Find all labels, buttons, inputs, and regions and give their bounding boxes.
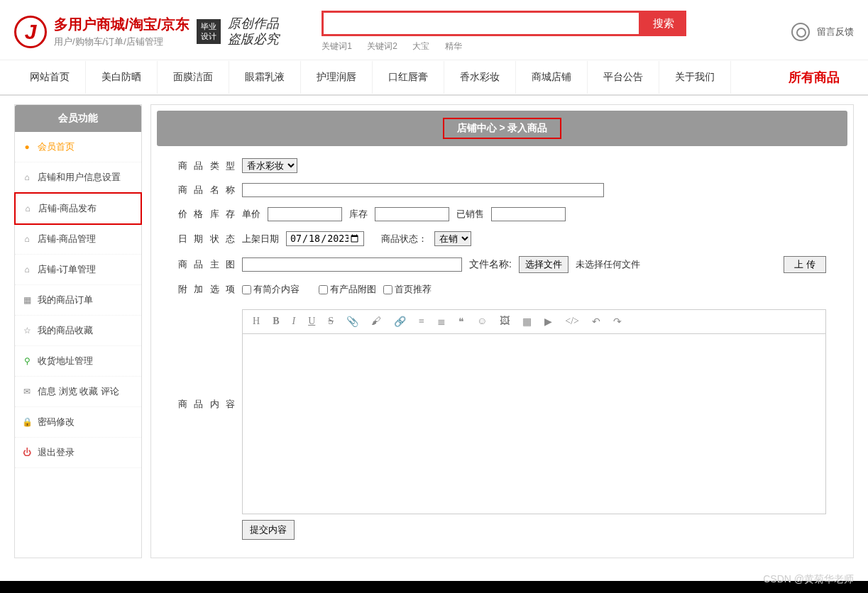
toolbar-btn[interactable]: 🖌 [371, 316, 381, 328]
logo-subtitle: 用户/购物车/订单/店铺管理 [54, 35, 189, 48]
nav-item[interactable]: 护理润唇 [301, 61, 373, 94]
nav-item[interactable]: 美白防晒 [86, 61, 158, 94]
price-input[interactable] [268, 207, 342, 221]
toolbar-btn[interactable]: ↷ [613, 316, 622, 328]
upload-button[interactable]: 上 传 [784, 256, 826, 273]
nav-all-products[interactable]: 所有商品 [774, 60, 854, 94]
nav-item[interactable]: 关于我们 [659, 61, 731, 94]
file-status: 未选择任何文件 [576, 258, 640, 271]
stock-label: 价格库存 [178, 208, 242, 221]
sidebar-item-label: 收货地址管理 [38, 355, 93, 367]
main-panel: 店铺中心 > 录入商品 商品类型 香水彩妆 商品名称 价格库存 单价 [150, 104, 854, 558]
sold-input[interactable] [491, 207, 566, 221]
image-label: 商品主图 [178, 258, 242, 271]
breadcrumb: 店铺中心 > 录入商品 [457, 122, 548, 133]
nav-item[interactable]: 商城店铺 [516, 61, 588, 94]
nav-item[interactable]: 平台公告 [588, 61, 659, 94]
sidebar-icon: ⏻ [22, 448, 32, 458]
toolbar-btn[interactable]: ↶ [592, 316, 600, 328]
rich-editor: HBIUS📎🖌🔗≡≣❝☺🖼▦▶</>↶↷ [242, 309, 826, 514]
editor-toolbar: HBIUS📎🖌🔗≡≣❝☺🖼▦▶</>↶↷ [243, 310, 825, 334]
sidebar-item[interactable]: 🔒密码修改 [15, 407, 141, 438]
toolbar-btn[interactable]: 🔗 [394, 316, 406, 328]
keyword-link[interactable]: 关键词2 [367, 41, 397, 51]
sidebar-item[interactable]: ☆我的商品收藏 [15, 316, 141, 346]
search-button[interactable]: 搜索 [641, 11, 686, 36]
toolbar-btn[interactable]: H [253, 316, 260, 328]
cb-featured[interactable]: 首页推荐 [383, 283, 432, 296]
sidebar-item-label: 会员首页 [38, 140, 75, 153]
footer-nav: 网站首页| 关于我们| 联系我们| 用户注册| 用户登录| 留言反馈| [0, 581, 868, 593]
toolbar-btn[interactable]: ≣ [437, 316, 446, 328]
nav-item[interactable]: 香水彩妆 [444, 61, 516, 94]
sidebar-icon: ⌂ [22, 234, 32, 244]
nav-item[interactable]: 面膜洁面 [158, 61, 229, 94]
keyword-link[interactable]: 关键词1 [322, 41, 352, 51]
product-name-input[interactable] [242, 183, 604, 197]
image-path-input[interactable] [242, 257, 462, 272]
sidebar-item[interactable]: ⌂店铺-商品发布 [14, 192, 142, 225]
sidebar-item-label: 我的商品收藏 [38, 324, 93, 337]
price-text: 单价 [242, 208, 260, 221]
nav-item[interactable]: 口红唇膏 [373, 61, 444, 94]
search-block: 搜索 关键词1 关键词2 大宝 精华 [322, 11, 686, 52]
sidebar-item[interactable]: ⚲收货地址管理 [15, 346, 141, 377]
toolbar-btn[interactable]: 🖼 [500, 316, 510, 328]
toolbar-btn[interactable]: S [328, 316, 334, 328]
sidebar-icon: 🔒 [22, 417, 32, 427]
sidebar-icon: ⌂ [22, 172, 32, 182]
toolbar-btn[interactable]: ☺ [477, 316, 487, 328]
toolbar-btn[interactable]: ❝ [458, 316, 464, 328]
toolbar-btn[interactable]: </> [565, 316, 579, 328]
sidebar-item[interactable]: ●会员首页 [15, 132, 141, 162]
sidebar-item-label: 密码修改 [38, 416, 75, 428]
logo-block: J 多用户商城/淘宝/京东 用户/购物车/订单/店铺管理 毕业 设计 原创作品 … [14, 15, 279, 48]
choose-file-button[interactable]: 选择文件 [519, 256, 568, 273]
sidebar-item[interactable]: ⏻退出登录 [15, 438, 141, 468]
nav-home[interactable]: 网站首页 [14, 61, 86, 94]
keyword-link[interactable]: 大宝 [412, 41, 429, 51]
submit-button[interactable]: 提交内容 [242, 520, 295, 540]
toolbar-btn[interactable]: ≡ [419, 316, 424, 328]
sidebar-item-label: 店铺和用户信息设置 [38, 171, 121, 184]
header: J 多用户商城/淘宝/京东 用户/购物车/订单/店铺管理 毕业 设计 原创作品 … [0, 0, 868, 60]
product-type-select[interactable]: 香水彩妆 [242, 158, 297, 173]
sidebar-item[interactable]: ▦我的商品订单 [15, 285, 141, 316]
toolbar-btn[interactable]: ▦ [522, 316, 532, 328]
toolbar-btn[interactable]: B [273, 316, 279, 328]
sidebar-item[interactable]: ✉信息 浏览 收藏 评论 [15, 377, 141, 407]
breadcrumb-bar: 店铺中心 > 录入商品 [157, 111, 847, 146]
sold-text: 已销售 [456, 208, 484, 221]
stock-input[interactable] [375, 207, 449, 221]
sidebar-title: 会员功能 [15, 105, 141, 132]
sidebar-item-label: 店铺-商品发布 [38, 202, 97, 215]
keyword-link[interactable]: 精华 [445, 41, 462, 51]
toolbar-btn[interactable]: ▶ [544, 316, 552, 328]
product-form: 商品类型 香水彩妆 商品名称 价格库存 单价 库存 已销售 [157, 146, 847, 552]
keyword-row: 关键词1 关键词2 大宝 精华 [322, 40, 686, 52]
sidebar-item[interactable]: ⌂店铺和用户信息设置 [15, 162, 141, 193]
sidebar-item-label: 我的商品订单 [38, 294, 93, 306]
nav-item[interactable]: 眼霜乳液 [229, 61, 301, 94]
sidebar-icon: ☆ [22, 326, 32, 336]
name-label: 商品名称 [178, 184, 242, 196]
sidebar-item-label: 退出登录 [38, 446, 75, 459]
toolbar-btn[interactable]: U [308, 316, 315, 328]
sidebar-item[interactable]: ⌂店铺-商品管理 [15, 224, 141, 255]
search-input[interactable] [322, 11, 641, 36]
date-input[interactable] [286, 231, 364, 246]
toolbar-btn[interactable]: I [292, 316, 295, 328]
sidebar-icon: ● [22, 142, 32, 152]
logo-icon: J [14, 16, 47, 48]
editor-body[interactable] [243, 334, 825, 511]
status-text: 商品状态： [381, 233, 427, 245]
cb-intro[interactable]: 有简介内容 [242, 283, 300, 296]
status-select[interactable]: 在销 [434, 231, 471, 246]
badge: 毕业 设计 [197, 19, 221, 43]
feedback-link[interactable]: 留言反馈 [791, 23, 854, 41]
toolbar-btn[interactable]: 📎 [346, 316, 358, 328]
sidebar-icon: ✉ [22, 387, 32, 397]
logo-title: 多用户商城/淘宝/京东 [54, 15, 189, 34]
sidebar-item[interactable]: ⌂店铺-订单管理 [15, 255, 141, 285]
cb-images[interactable]: 有产品附图 [319, 283, 376, 296]
